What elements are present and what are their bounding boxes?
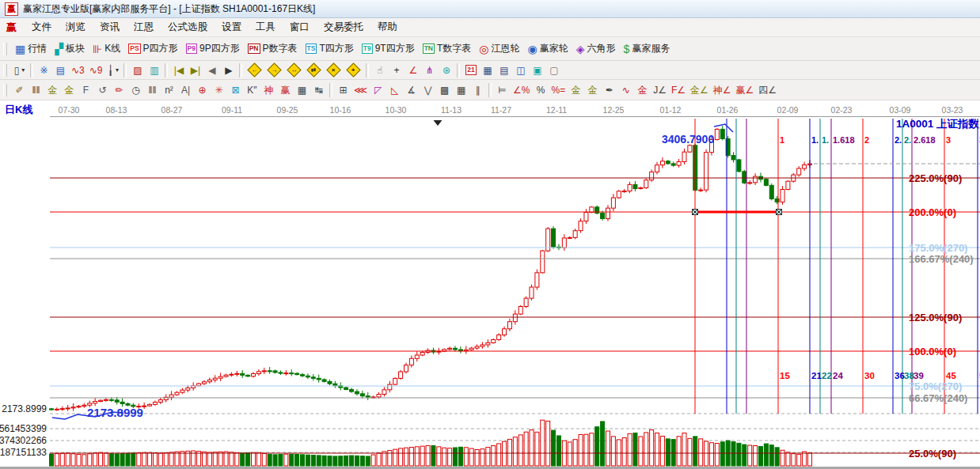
toolbar-btn-volume-style[interactable]: ▥ (146, 62, 162, 78)
menu-settings[interactable]: 设置 (215, 19, 249, 36)
toolbar-btn-parallel-lines[interactable]: ∥ (469, 82, 486, 98)
menu-file[interactable]: 文件 (25, 19, 59, 36)
toolbar-btn-9t-square[interactable]: T99T四方形 (358, 40, 419, 58)
toolbar-btn-ray-fan[interactable]: ⋘ (351, 82, 370, 98)
toolbar-btn-last-page[interactable]: ▶| (187, 62, 203, 78)
toolbar-btn-si-angle[interactable]: 四∠ (756, 82, 779, 98)
menu-browse[interactable]: 浏览 (59, 19, 93, 36)
toolbar-btn-wave-9[interactable]: ∿9 (87, 62, 105, 78)
toolbar-btn-boxed-grid[interactable]: ⊠ (227, 82, 244, 98)
toolbar-btn-box-draw[interactable]: ⊞ (335, 82, 351, 98)
toolbar-btn-n-square[interactable]: n² (161, 82, 177, 98)
toolbar-btn-j-angle[interactable]: J∠ (651, 82, 669, 98)
toolbar-btn-mirror-line[interactable]: A| (177, 82, 194, 98)
toolbar-btn-tick-marks-2[interactable]: ǁǁ (144, 82, 161, 98)
toolbar-btn-gann-box-gold[interactable]: 金 (44, 82, 61, 98)
toolbar-btn-percent-levels[interactable]: %= (549, 82, 568, 98)
toolbar-btn-info-panel[interactable]: ▤ (52, 62, 69, 78)
toolbar-grip[interactable] (3, 84, 7, 96)
toolbar-btn-next-page[interactable]: ▶ (220, 62, 237, 78)
toolbar-btn-winner-wheel[interactable]: ◉赢家轮 (524, 40, 572, 58)
toolbar-btn-gann-wheel[interactable]: ◎江恩轮 (475, 40, 523, 58)
toolbar-btn-prev-page[interactable]: ◀ (203, 62, 220, 78)
toolbar-btn-span-measure[interactable]: ↹ (310, 82, 327, 98)
chart-canvas[interactable]: 07-3008-1308-2709-1109-2510-1610-3011-13… (0, 100, 980, 469)
toolbar-btn-pan-right[interactable]: → (264, 62, 284, 78)
toolbar-btn-expand-horizontal[interactable]: ↔ (284, 62, 304, 78)
toolbar-btn-ying-angle[interactable]: 赢∠ (734, 82, 757, 98)
toolbar-btn-hexagon[interactable]: ◈六角形 (572, 40, 620, 58)
toolbar-btn-gann-gold-circle[interactable]: 金 (568, 82, 584, 98)
toolbar-btn-tick-marks[interactable]: ǁǁ (28, 82, 44, 98)
toolbar-btn-zoom-in[interactable]: + (344, 62, 363, 78)
toolbar-btn-gann-gold-levels[interactable]: 金 (584, 82, 601, 98)
toolbar-btn-candle-type[interactable]: ╽▾ (104, 62, 121, 78)
toolbar-btn-wave-3[interactable]: ∿3 (69, 62, 87, 78)
toolbar-btn-p-square[interactable]: PSP四方形 (124, 40, 181, 58)
toolbar-btn-crosshair[interactable]: + (388, 62, 405, 78)
toolbar-btn-gann-box-gold-2[interactable]: 金 (61, 82, 78, 98)
toolbar-btn-overlay-pattern[interactable]: ※ (36, 62, 52, 78)
toolbar-btn-time-circle[interactable]: ◷ (127, 82, 144, 98)
toolbar-grip[interactable] (3, 43, 7, 55)
toolbar-btn-save[interactable]: ◫ (512, 62, 529, 78)
toolbar-btn-gann-marker[interactable]: ⋔ (421, 62, 438, 78)
toolbar-btn-grid-arrow[interactable]: ▦ (453, 82, 469, 98)
toolbar-grip[interactable] (3, 64, 7, 77)
toolbar-btn-t-square[interactable]: TST四方形 (302, 40, 358, 58)
toolbar-btn-ying-tool[interactable]: 赢 (277, 82, 294, 98)
toolbar-btn-shen-tool[interactable]: 神 (260, 82, 277, 98)
toolbar-btn-star-rays[interactable]: ✳ (211, 82, 227, 98)
toolbar-btn-quotes[interactable]: ▦行情 (11, 40, 51, 58)
toolbar-btn-price-ruler[interactable]: ⊨ (494, 82, 511, 98)
toolbar-btn-shen-angle[interactable]: 神∠ (711, 82, 734, 98)
toolbar-btn-red-pen[interactable]: ✏ (111, 82, 127, 98)
toolbar-btn-f-angle[interactable]: F∠ (669, 82, 688, 98)
toolbar-btn-k-quote[interactable]: K″ (244, 82, 260, 98)
toolbar-btn-smart-analyze[interactable]: ⊛ (438, 62, 454, 78)
menu-trade-order[interactable]: 交易委托 (317, 19, 370, 36)
toolbar-btn-compress-horizontal[interactable]: ⇄ (304, 62, 324, 78)
menu-formula-pick[interactable]: 公式选股 (161, 19, 215, 36)
toolbar-btn-spiral[interactable]: ↺ (94, 82, 111, 98)
toolbar-btn-circle-cross[interactable]: ⊕ (194, 82, 211, 98)
toolbar-btn-angle-measure[interactable]: ∠ (405, 62, 421, 78)
toolbar-btn-dense-grid[interactable]: ▩ (436, 82, 453, 98)
toolbar-btn-percent-angle[interactable]: ∠% (511, 82, 532, 98)
toolbar-btn-9p-square[interactable]: P99P四方形 (182, 40, 244, 58)
toolbar-btn-sectors[interactable]: ▞板块 (51, 40, 89, 58)
toolbar-btn-kline[interactable]: ⊪K线 (89, 40, 124, 58)
toolbar-btn-t-number-table[interactable]: TNT数字表 (419, 40, 476, 58)
toolbar-btn-zigzag-line[interactable]: ⋁ (420, 82, 436, 98)
toolbar-btn-pattern-box[interactable]: ▨ (129, 62, 146, 78)
toolbar-btn-pan-left[interactable]: ← (245, 62, 264, 78)
toolbar-btn-kline-style[interactable]: ▯▾ (11, 62, 28, 78)
toolbar-btn-calendar[interactable]: 21 (462, 62, 479, 78)
toolbar-btn-winner-service[interactable]: $赢家服务 (620, 40, 674, 58)
toolbar-btn-zoom-out[interactable]: × (324, 62, 344, 78)
toolbar-btn-angle-lines[interactable]: ∡ (403, 82, 420, 98)
menu-tools[interactable]: 工具 (249, 19, 283, 36)
toolbar-btn-wave-red[interactable]: ∿ (617, 82, 634, 98)
toolbar-btn-corner-rays[interactable]: ◺ (386, 82, 403, 98)
toolbar-btn-first-page[interactable]: |◀ (170, 62, 187, 78)
toolbar-btn-f-ruler[interactable]: F (78, 82, 94, 98)
toolbar-btn-p-number-table[interactable]: PNP数字表 (244, 40, 302, 58)
toolbar-btn-gold-angle[interactable]: 金∠ (688, 82, 711, 98)
toolbar-btn-calculator[interactable]: ▦ (479, 62, 496, 78)
menu-window[interactable]: 窗口 (283, 19, 317, 36)
toolbar-btn-percent[interactable]: % (533, 82, 549, 98)
toolbar-btn-remote-assist[interactable]: ▢ (545, 62, 562, 78)
toolbar-btn-draw-pen[interactable]: ✐ (11, 82, 28, 98)
toolbar-btn-ink-pen[interactable]: ✒ (601, 82, 617, 98)
toolbar-btn-memo[interactable]: ▤ (496, 62, 512, 78)
menu-news[interactable]: 资讯 (93, 19, 127, 36)
menu-help[interactable]: 帮助 (370, 19, 405, 36)
menu-gann[interactable]: 江恩 (127, 19, 161, 36)
toolbar-btn-corner-fan[interactable]: ◸ (370, 82, 386, 98)
toolbar-btn-net-station[interactable]: ▣ (529, 62, 545, 78)
toolbar-btn-grid-123[interactable]: ▦ (294, 82, 310, 98)
gann-anchor-segment[interactable] (693, 210, 783, 215)
toolbar-btn-gold-underline[interactable]: 金 (634, 82, 651, 98)
toolbar-btn-pan-hand[interactable]: ☝ (371, 62, 388, 78)
